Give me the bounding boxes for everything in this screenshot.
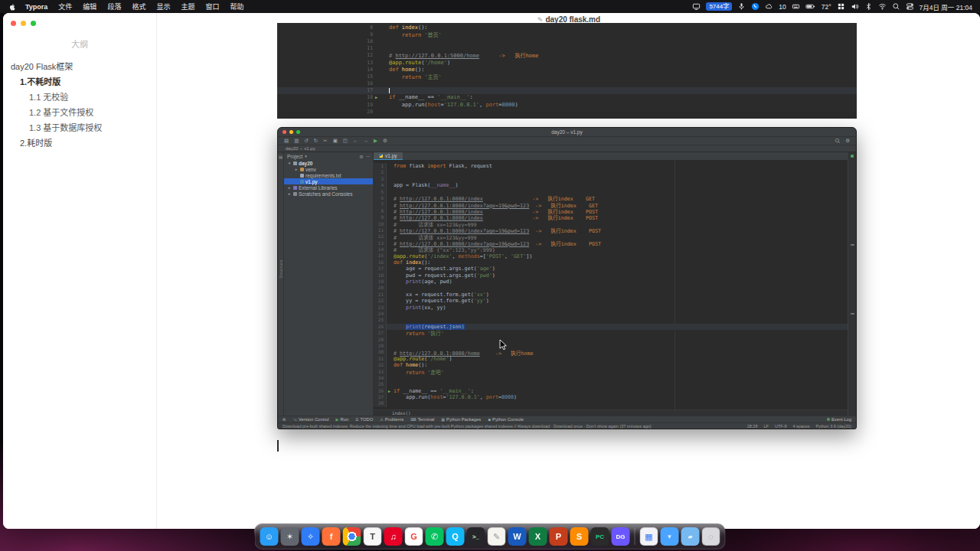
outline-item[interactable]: 1.1 无校验 [3, 90, 156, 105]
control-center-icon[interactable] [906, 2, 914, 11]
code-line[interactable]: 1from flask import Flask, request [374, 163, 848, 169]
dock-google-icon[interactable]: G [405, 527, 423, 546]
code-line[interactable]: 38 [374, 400, 848, 406]
statusbar-widget[interactable]: Python 3.9 (day20) [816, 424, 851, 429]
redo-icon[interactable]: ↻ [314, 139, 318, 144]
menubar-menu[interactable]: 主题 [175, 2, 200, 11]
dock-chrome-icon[interactable] [343, 527, 361, 546]
statusbar-widget[interactable]: UTF-8 [775, 424, 787, 429]
copy-icon[interactable]: ▣ [333, 139, 338, 144]
menubar-menu[interactable]: 显示 [151, 2, 175, 11]
input-source-icon[interactable] [792, 2, 800, 11]
dock-pycharm-icon[interactable]: PC [591, 527, 609, 546]
outline-item[interactable]: 2.耗时版 [3, 135, 156, 151]
python-packages-button[interactable]: ▦Python Packages [441, 417, 481, 422]
code-line[interactable]: 15@app.route('/index', methods=['POST', … [374, 253, 848, 259]
document-area[interactable]: ✎day20 flask.md 8def index():9 return '首… [158, 13, 980, 529]
code-line[interactable]: 15 return '主页' [277, 73, 857, 80]
wifi-icon[interactable] [878, 2, 887, 11]
outline-item[interactable]: day20 Flask框架 [3, 59, 156, 74]
tree-item-venv[interactable]: ▸venv [284, 166, 373, 172]
stage-manager-icon[interactable] [837, 2, 845, 11]
active-app-name[interactable]: Typora [20, 3, 53, 11]
code-line[interactable]: 18▶if __name__ == '__main__': [277, 94, 857, 101]
python-console-button[interactable]: ◆Python Console [488, 417, 524, 422]
battery-icon[interactable] [805, 2, 816, 11]
code-line[interactable]: 2 [374, 169, 848, 175]
code-line[interactable]: 36▶if __name__ == '__main__': [374, 388, 848, 394]
code-line[interactable]: 22 yy = request.form.get('yy') [374, 298, 848, 304]
code-line[interactable]: 24 [374, 311, 848, 317]
version-control-button[interactable]: ⌥Version Control [292, 417, 328, 422]
code-line[interactable]: 28 [374, 337, 848, 343]
dock-safari-icon[interactable]: ✧ [302, 527, 320, 546]
embedded-image-pycharm[interactable]: day20 – v1.py ▤▥↺↻✂▣◫←→▶⚙ ⚙ day20›v1.py … [277, 127, 857, 429]
code-line[interactable]: 19 app.run(host='127.0.0.1', port=8000) [277, 101, 857, 108]
code-line[interactable]: 21 xx = request.form.get('xx') [374, 292, 848, 298]
minimize-button[interactable] [21, 21, 26, 26]
code-line[interactable]: 16 [277, 80, 857, 87]
event-log-button[interactable]: Event Log [827, 417, 851, 422]
cloud-icon[interactable] [765, 2, 773, 11]
code-line[interactable]: 19 print(age, pwd) [374, 279, 848, 285]
dock-powerpoint-icon[interactable]: P [550, 527, 568, 546]
close-button[interactable] [11, 21, 16, 26]
code-line[interactable]: 34 [374, 375, 848, 381]
tree-item-external-libraries[interactable]: ▸External Libraries [284, 184, 373, 191]
code-line[interactable]: 14# 请求体 {"xx":123,"yy":999} [374, 246, 848, 253]
dock-qq-icon[interactable]: Q [446, 527, 465, 546]
outline-item[interactable]: 1.2 基于文件授权 [3, 105, 156, 120]
dock-finder-icon[interactable]: ☺ [260, 527, 279, 546]
mic-icon[interactable] [737, 2, 746, 11]
bluetooth-icon[interactable] [864, 2, 873, 11]
dock-typora-icon[interactable]: T [364, 527, 382, 546]
dock-wechat-icon[interactable]: ✆ [426, 527, 444, 546]
tree-expand-arrow[interactable]: ▸ [294, 167, 299, 171]
code-line[interactable]: 27 return '执行' [374, 330, 848, 336]
outline-item[interactable]: 1.3 基于数据库授权 [3, 120, 156, 135]
hide-icon[interactable]: ─ [367, 154, 370, 159]
dock-notes-icon[interactable]: ✎ [488, 527, 506, 546]
datetime[interactable]: 7月4日 周一 21:04 [920, 2, 972, 11]
tree-item-day20[interactable]: ▾day20 [284, 160, 373, 166]
dock-word-icon[interactable]: W [508, 527, 527, 546]
paste-icon[interactable]: ◫ [343, 139, 348, 144]
zoom-button[interactable] [31, 21, 36, 26]
tree-item-requirements-txt[interactable]: requirements.txt [284, 172, 373, 178]
code-line[interactable]: 26 print(request.json) [374, 324, 848, 330]
code-line[interactable]: 12# http://127.0.0.1:5000/home -> 执行home [277, 52, 857, 59]
statusbar-widget[interactable]: 28:28 [747, 424, 758, 429]
run-arrow-icon[interactable]: ▶ [375, 95, 382, 99]
save-icon[interactable]: ▥ [294, 139, 299, 144]
spotlight-icon[interactable] [892, 2, 900, 11]
code-line[interactable]: 3 [374, 176, 848, 182]
tree-expand-arrow[interactable]: ▸ [287, 185, 292, 190]
breadcrumb-item[interactable]: v1.py [304, 146, 315, 151]
dock-firefox-icon[interactable]: f [322, 527, 341, 546]
code-line[interactable]: 11 [277, 45, 857, 52]
dock-trash-icon[interactable]: ◌ [702, 527, 720, 546]
menubar-menu[interactable]: 帮助 [224, 2, 249, 11]
settings-icon[interactable]: ⚙ [359, 154, 363, 159]
problems-button[interactable]: ⚠Problems [380, 417, 403, 422]
code-line[interactable]: 17 [277, 87, 857, 94]
code-line[interactable]: 35 [374, 381, 848, 387]
menubar-menu[interactable]: 段落 [102, 2, 126, 11]
dock-downloads-folder-icon[interactable]: ▼ [661, 527, 679, 546]
menubar-menu[interactable]: 格式 [126, 2, 151, 11]
apple-menu-icon[interactable] [8, 2, 17, 11]
code-line[interactable]: 18 pwd = request.args.get('pwd') [374, 272, 848, 279]
statusbar-widget[interactable]: LF [763, 424, 768, 429]
code-line[interactable]: 16def index(): [374, 259, 848, 266]
breadcrumb-item[interactable]: day20 [286, 146, 298, 151]
code-line[interactable]: 17 age = request.args.get('age') [374, 266, 848, 272]
screen-mirroring-icon[interactable] [692, 2, 701, 11]
menubar-menu[interactable]: 编辑 [77, 2, 102, 11]
code-line[interactable]: 14def home(): [277, 66, 857, 73]
todo-button[interactable]: ☰TODO [355, 417, 373, 422]
code-line[interactable]: 23 print(xx, yy) [374, 305, 848, 311]
statusbar-widget[interactable]: 4 spaces [793, 424, 810, 429]
forward-icon[interactable]: → [363, 139, 368, 144]
statusbar-message[interactable]: Download pre-built shared indexes: Reduc… [283, 424, 741, 429]
dock-launchpad-icon[interactable]: ✶ [281, 527, 299, 546]
